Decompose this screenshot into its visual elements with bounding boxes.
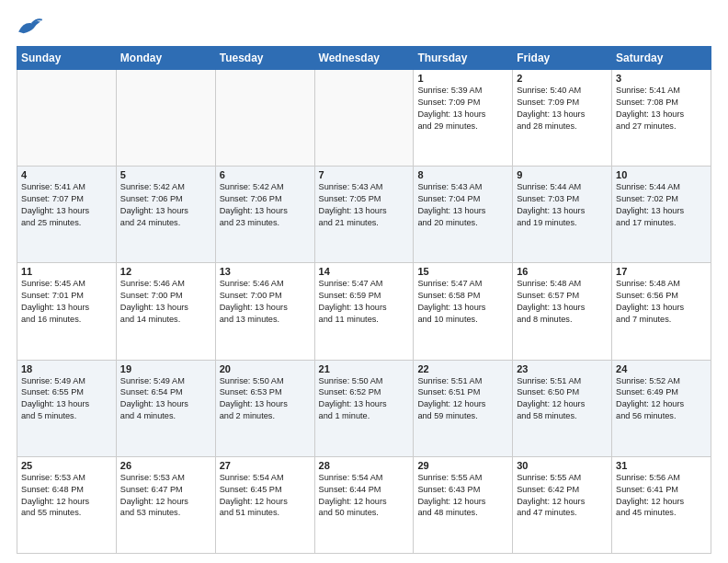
day-cell-17: 17Sunrise: 5:48 AM Sunset: 6:56 PM Dayli… [612, 263, 711, 360]
day-cell-31: 31Sunrise: 5:56 AM Sunset: 6:41 PM Dayli… [612, 456, 711, 553]
day-number: 1 [417, 73, 508, 84]
day-number: 17 [616, 266, 707, 277]
day-cell-9: 9Sunrise: 5:44 AM Sunset: 7:03 PM Daylig… [513, 167, 612, 263]
week-row-1: 1Sunrise: 5:39 AM Sunset: 7:09 PM Daylig… [17, 70, 711, 167]
day-number: 23 [517, 363, 608, 374]
day-info: Sunrise: 5:56 AM Sunset: 6:41 PM Dayligh… [616, 472, 707, 520]
day-cell-empty [116, 70, 215, 167]
day-info: Sunrise: 5:43 AM Sunset: 7:05 PM Dayligh… [319, 181, 410, 229]
day-info: Sunrise: 5:46 AM Sunset: 7:00 PM Dayligh… [120, 278, 211, 326]
weekday-header-row: SundayMondayTuesdayWednesdayThursdayFrid… [17, 47, 711, 70]
day-cell-16: 16Sunrise: 5:48 AM Sunset: 6:57 PM Dayli… [513, 263, 612, 360]
day-number: 30 [517, 460, 608, 471]
day-number: 20 [220, 363, 311, 374]
day-number: 19 [120, 363, 211, 374]
day-info: Sunrise: 5:44 AM Sunset: 7:02 PM Dayligh… [616, 181, 707, 229]
day-cell-empty [215, 70, 314, 167]
day-cell-12: 12Sunrise: 5:46 AM Sunset: 7:00 PM Dayli… [116, 263, 215, 360]
day-info: Sunrise: 5:39 AM Sunset: 7:09 PM Dayligh… [417, 85, 508, 132]
day-number: 24 [616, 363, 707, 374]
day-cell-13: 13Sunrise: 5:46 AM Sunset: 7:00 PM Dayli… [215, 263, 314, 360]
day-info: Sunrise: 5:45 AM Sunset: 7:01 PM Dayligh… [21, 278, 112, 326]
logo-bird-icon [17, 17, 42, 37]
day-cell-18: 18Sunrise: 5:49 AM Sunset: 6:55 PM Dayli… [17, 360, 117, 456]
day-number: 13 [220, 266, 311, 277]
day-cell-6: 6Sunrise: 5:42 AM Sunset: 7:06 PM Daylig… [215, 167, 314, 263]
day-cell-24: 24Sunrise: 5:52 AM Sunset: 6:49 PM Dayli… [612, 360, 711, 456]
day-cell-14: 14Sunrise: 5:47 AM Sunset: 6:59 PM Dayli… [314, 263, 414, 360]
day-info: Sunrise: 5:48 AM Sunset: 6:56 PM Dayligh… [616, 278, 707, 326]
day-number: 27 [220, 460, 311, 471]
day-cell-10: 10Sunrise: 5:44 AM Sunset: 7:02 PM Dayli… [612, 167, 711, 263]
day-number: 4 [21, 169, 112, 180]
day-info: Sunrise: 5:53 AM Sunset: 6:48 PM Dayligh… [21, 472, 112, 520]
day-info: Sunrise: 5:49 AM Sunset: 6:55 PM Dayligh… [21, 375, 112, 423]
page: SundayMondayTuesdayWednesdayThursdayFrid… [0, 0, 728, 563]
day-info: Sunrise: 5:55 AM Sunset: 6:43 PM Dayligh… [417, 472, 508, 520]
day-cell-5: 5Sunrise: 5:42 AM Sunset: 7:06 PM Daylig… [116, 167, 215, 263]
logo [17, 17, 46, 37]
day-info: Sunrise: 5:41 AM Sunset: 7:08 PM Dayligh… [616, 85, 707, 132]
day-cell-23: 23Sunrise: 5:51 AM Sunset: 6:50 PM Dayli… [513, 360, 612, 456]
day-cell-30: 30Sunrise: 5:55 AM Sunset: 6:42 PM Dayli… [513, 456, 612, 553]
day-info: Sunrise: 5:48 AM Sunset: 6:57 PM Dayligh… [517, 278, 608, 326]
day-cell-empty [314, 70, 414, 167]
day-cell-empty [17, 70, 117, 167]
day-info: Sunrise: 5:50 AM Sunset: 6:52 PM Dayligh… [319, 375, 410, 423]
day-number: 14 [319, 266, 410, 277]
day-info: Sunrise: 5:42 AM Sunset: 7:06 PM Dayligh… [220, 181, 311, 229]
day-info: Sunrise: 5:51 AM Sunset: 6:51 PM Dayligh… [417, 375, 508, 423]
day-cell-27: 27Sunrise: 5:54 AM Sunset: 6:45 PM Dayli… [215, 456, 314, 553]
day-info: Sunrise: 5:52 AM Sunset: 6:49 PM Dayligh… [616, 375, 707, 423]
day-number: 2 [517, 73, 608, 84]
day-number: 26 [120, 460, 211, 471]
weekday-header-friday: Friday [513, 47, 612, 70]
day-number: 31 [616, 460, 707, 471]
day-info: Sunrise: 5:54 AM Sunset: 6:45 PM Dayligh… [220, 472, 311, 520]
week-row-3: 11Sunrise: 5:45 AM Sunset: 7:01 PM Dayli… [17, 263, 711, 360]
day-number: 25 [21, 460, 112, 471]
day-cell-11: 11Sunrise: 5:45 AM Sunset: 7:01 PM Dayli… [17, 263, 117, 360]
day-number: 10 [616, 169, 707, 180]
day-cell-29: 29Sunrise: 5:55 AM Sunset: 6:43 PM Dayli… [414, 456, 513, 553]
day-info: Sunrise: 5:47 AM Sunset: 6:59 PM Dayligh… [319, 278, 410, 326]
weekday-header-tuesday: Tuesday [215, 47, 314, 70]
day-number: 22 [417, 363, 508, 374]
header [17, 17, 711, 37]
day-cell-19: 19Sunrise: 5:49 AM Sunset: 6:54 PM Dayli… [116, 360, 215, 456]
day-cell-15: 15Sunrise: 5:47 AM Sunset: 6:58 PM Dayli… [414, 263, 513, 360]
weekday-header-saturday: Saturday [612, 47, 711, 70]
day-number: 28 [319, 460, 410, 471]
day-cell-4: 4Sunrise: 5:41 AM Sunset: 7:07 PM Daylig… [17, 167, 117, 263]
day-number: 29 [417, 460, 508, 471]
day-number: 6 [220, 169, 311, 180]
day-cell-21: 21Sunrise: 5:50 AM Sunset: 6:52 PM Dayli… [314, 360, 414, 456]
day-number: 5 [120, 169, 211, 180]
day-number: 9 [517, 169, 608, 180]
calendar-table: SundayMondayTuesdayWednesdayThursdayFrid… [17, 46, 711, 554]
day-number: 8 [417, 169, 508, 180]
day-info: Sunrise: 5:47 AM Sunset: 6:58 PM Dayligh… [417, 278, 508, 326]
day-cell-8: 8Sunrise: 5:43 AM Sunset: 7:04 PM Daylig… [414, 167, 513, 263]
day-number: 21 [319, 363, 410, 374]
weekday-header-wednesday: Wednesday [314, 47, 414, 70]
weekday-header-thursday: Thursday [414, 47, 513, 70]
day-number: 3 [616, 73, 707, 84]
day-cell-26: 26Sunrise: 5:53 AM Sunset: 6:47 PM Dayli… [116, 456, 215, 553]
day-number: 11 [21, 266, 112, 277]
day-info: Sunrise: 5:54 AM Sunset: 6:44 PM Dayligh… [319, 472, 410, 520]
day-info: Sunrise: 5:55 AM Sunset: 6:42 PM Dayligh… [517, 472, 608, 520]
day-cell-2: 2Sunrise: 5:40 AM Sunset: 7:09 PM Daylig… [513, 70, 612, 167]
day-number: 15 [417, 266, 508, 277]
week-row-2: 4Sunrise: 5:41 AM Sunset: 7:07 PM Daylig… [17, 167, 711, 263]
day-number: 12 [120, 266, 211, 277]
week-row-5: 25Sunrise: 5:53 AM Sunset: 6:48 PM Dayli… [17, 456, 711, 553]
day-cell-25: 25Sunrise: 5:53 AM Sunset: 6:48 PM Dayli… [17, 456, 117, 553]
day-cell-1: 1Sunrise: 5:39 AM Sunset: 7:09 PM Daylig… [414, 70, 513, 167]
day-number: 7 [319, 169, 410, 180]
day-info: Sunrise: 5:43 AM Sunset: 7:04 PM Dayligh… [417, 181, 508, 229]
day-number: 16 [517, 266, 608, 277]
day-cell-7: 7Sunrise: 5:43 AM Sunset: 7:05 PM Daylig… [314, 167, 414, 263]
day-info: Sunrise: 5:50 AM Sunset: 6:53 PM Dayligh… [220, 375, 311, 423]
day-info: Sunrise: 5:51 AM Sunset: 6:50 PM Dayligh… [517, 375, 608, 423]
